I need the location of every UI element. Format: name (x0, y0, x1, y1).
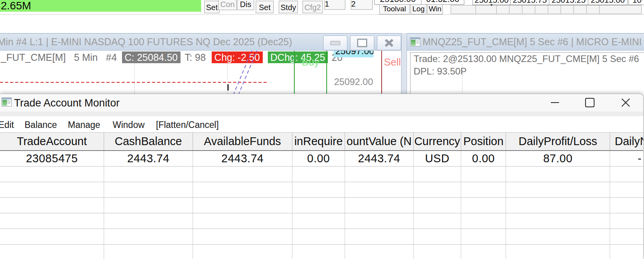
toolbar-cell[interactable] (599, 5, 642, 14)
twc2-button[interactable]: TWC 2 (351, 0, 373, 10)
ask-price: 25097.00 (335, 51, 373, 57)
table-empty-row (0, 198, 643, 213)
table-empty-row (0, 167, 643, 182)
dom-sell-border (381, 51, 382, 94)
chart-window-icon (410, 37, 420, 46)
toolval-button[interactable]: Toolval (379, 4, 410, 14)
cell-daily-profit-loss[interactable]: 87.00 (506, 151, 610, 167)
cell-position[interactable]: 0.00 (461, 151, 506, 167)
purple-trendline (239, 51, 258, 94)
maximize-icon (585, 98, 594, 107)
log-button[interactable]: Log (410, 4, 426, 14)
table-header-row: TradeAccount CashBalance AvailableFunds … (0, 132, 643, 151)
menu-edit[interactable]: Edit (0, 118, 14, 131)
win-button[interactable]: Win (427, 4, 443, 14)
trade-info-box: Trade: 2@25130.00 MNQZ25_FUT_CME[M] 5 Se… (410, 52, 644, 94)
top-toolbar: 2.65M Set Con Dis Set Stdy Cfg2 TWC 1 TW… (0, 0, 644, 15)
header-account-value[interactable]: ountValue (N (345, 133, 414, 150)
cell-trade-account[interactable]: 23085475 (0, 151, 104, 167)
dom-buy-border (326, 51, 327, 94)
con-button[interactable]: Con (218, 0, 237, 10)
tam-window-title: Trade Account Monitor (14, 97, 120, 109)
cell-margin-requirement[interactable]: 0.00 (292, 151, 345, 167)
titlebar-separator (0, 112, 643, 116)
toolbar-cell[interactable] (548, 5, 561, 14)
header-position[interactable]: Position (461, 133, 506, 150)
close-icon (384, 38, 394, 48)
cell-currency[interactable]: USD (414, 151, 461, 167)
account-table: TradeAccount CashBalance AvailableFunds … (0, 132, 643, 259)
toolbar-cell[interactable] (476, 5, 497, 14)
toolbar-cell[interactable] (509, 5, 522, 14)
cell-daily-n[interactable]: - (610, 151, 643, 167)
micro-window-titlebar[interactable]: MNQZ25_FUT_CME[M] 5 Sec #6 | MICRO E-MIN… (407, 33, 644, 51)
trade-account-monitor-window: Trade Account Monitor Edit Balance Manag… (0, 94, 644, 259)
restore-button[interactable] (350, 35, 374, 50)
toolbar-cell[interactable] (522, 5, 535, 14)
header-trade-account[interactable]: TradeAccount (0, 133, 104, 150)
set-button-2[interactable]: Set (256, 1, 274, 13)
sell-button[interactable]: Sell (384, 56, 401, 68)
menu-window[interactable]: Window (113, 118, 145, 131)
toolbar-cell[interactable] (573, 5, 587, 14)
header-available-funds[interactable]: AvailableFunds (193, 133, 292, 150)
cell-account-value[interactable]: 2443.74 (345, 151, 414, 167)
chart-area[interactable]: _FUT_CME[M] 5 Min #4 C: 25084.50 T: 98 C… (0, 51, 402, 94)
toolbar-cell[interactable] (451, 5, 476, 14)
toolbar-cell[interactable] (535, 5, 548, 14)
price-field-5: 10 (628, 0, 644, 5)
cell-available-funds[interactable]: 2443.74 (193, 151, 292, 167)
table-empty-row (0, 182, 643, 198)
chevron-down-icon[interactable]: ▾ (490, 2, 493, 7)
price-level[interactable]: 25092.00 (334, 76, 373, 87)
screen: 2.65M Set Con Dis Set Stdy Cfg2 TWC 1 TW… (0, 0, 644, 259)
micro-window-title: MNQZ25_FUT_CME[M] 5 Sec #6 | MICRO E-MIN… (423, 36, 644, 48)
minimize-button[interactable] (323, 35, 347, 50)
header-daily-profit-loss[interactable]: DailyProfit/Loss (506, 133, 610, 150)
cell-cash-balance[interactable]: 2443.74 (104, 151, 193, 167)
buy-button[interactable]: Buy (295, 56, 326, 68)
toolbar-cell[interactable] (496, 5, 510, 14)
menu-flatten-cancel[interactable]: [Flatten/Cancel] (156, 118, 219, 131)
tam-minimize-button[interactable] (546, 95, 564, 110)
micro-grid (410, 53, 644, 94)
cfg2-button[interactable]: Cfg2 (303, 1, 323, 13)
set-button-1[interactable]: Set (204, 1, 219, 13)
close-button[interactable] (377, 35, 401, 50)
minimize-icon (330, 41, 340, 45)
tam-close-button[interactable] (617, 95, 635, 110)
header-margin-requirement[interactable]: inRequire (292, 133, 345, 150)
dis-button[interactable]: Dis (237, 0, 254, 10)
volume-badge: 2.65M (0, 0, 201, 12)
stdy-button[interactable]: Stdy (279, 1, 298, 13)
window-divider (402, 33, 407, 94)
toolbar-cell[interactable] (561, 5, 574, 14)
price-field-3: 25015.25 (549, 0, 588, 5)
table-empty-row (0, 245, 643, 259)
table-row: 23085475 2443.74 2443.74 0.00 2443.74 US… (0, 151, 643, 167)
header-cash-balance[interactable]: CashBalance (104, 133, 193, 150)
chart-window-title: Min #4 L:1 | E-MINI NASDAQ 100 FUTURES N… (0, 36, 292, 48)
toolbar-cell[interactable] (586, 5, 600, 14)
tam-window-icon (2, 98, 12, 106)
tam-maximize-button[interactable] (581, 95, 599, 110)
table-empty-row (0, 213, 643, 229)
header-daily-n[interactable]: DailyN (610, 133, 643, 150)
close-icon (621, 98, 631, 108)
menu-balance[interactable]: Balance (25, 118, 57, 131)
price-field-4: 25015.00 (588, 0, 628, 5)
restore-icon (357, 39, 367, 47)
twc1-button[interactable]: TWC 1 (324, 0, 345, 10)
price-field-2: 25015.75 (510, 0, 549, 5)
tam-titlebar[interactable]: Trade Account Monitor (0, 94, 643, 112)
ask-price-cell[interactable]: 25097.00 (334, 51, 373, 57)
micro-chart-area[interactable]: Trade: 2@25130.00 MNQZ25_FUT_CME[M] 5 Se… (407, 51, 644, 94)
purple-trendline (234, 51, 253, 94)
minimize-icon (551, 102, 559, 103)
menu-manage[interactable]: Manage (68, 118, 100, 131)
table-empty-row (0, 229, 643, 245)
header-currency[interactable]: Currency (414, 133, 461, 150)
